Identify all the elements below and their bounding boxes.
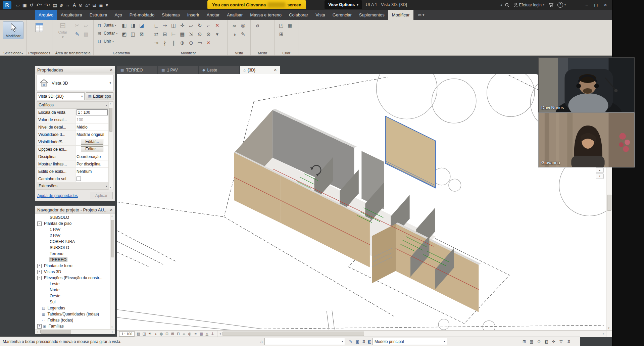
quick-access-button[interactable]: ↺ [28, 1, 35, 9]
browser-tree-item[interactable]: + Plantas de forro [35, 263, 110, 269]
geometry-grid-icon[interactable]: ◫ [129, 30, 137, 38]
close-icon[interactable]: ✕ [110, 208, 113, 212]
browser-tree-item[interactable]: Oeste [35, 293, 110, 299]
view-tab[interactable]: ▦ TERREO [117, 66, 157, 74]
properties-help-link[interactable]: Ajuda de propriedades [37, 193, 78, 198]
quick-access-button[interactable]: ≣ [98, 1, 104, 9]
view-scale-button[interactable]: 1 : 100 [119, 331, 135, 337]
view-tool-icon[interactable]: ◑ [230, 30, 238, 38]
quick-access-button[interactable]: ⊘ [77, 1, 84, 9]
instance-selector[interactable]: Vista 3D: {3D} ▾ [37, 92, 85, 100]
ribbon-tab[interactable]: Analisar [223, 10, 246, 20]
browser-tree-item[interactable]: SUBSOLO [35, 214, 110, 220]
modify-tool-icon[interactable]: ⊙ [196, 30, 204, 38]
view-tool-icon[interactable]: ✎ [239, 30, 247, 38]
browser-tree-item[interactable]: Norte [35, 287, 110, 293]
tree-item-label[interactable]: Folhas (todas) [46, 318, 74, 323]
section-header-extensoes[interactable]: Extensões [37, 183, 109, 190]
geometry-grid-icon[interactable]: ◨ [129, 21, 137, 30]
properties-scrollbar[interactable] [108, 102, 113, 190]
tree-expander-icon[interactable]: + [37, 264, 42, 268]
panel-label-selecionar[interactable]: Selecionar [0, 51, 26, 55]
properties-toggle-button[interactable] [29, 21, 49, 34]
create-tool-icon[interactable]: ⊞ [277, 30, 285, 38]
modify-tool-icon[interactable]: ⊕ [178, 39, 186, 47]
browser-scrollbar[interactable] [110, 214, 115, 329]
view-control-icon[interactable]: ◫ [142, 331, 147, 336]
help-button[interactable]: ? ▾ [556, 1, 567, 9]
browser-tree-item[interactable]: Sul [35, 299, 110, 305]
quick-access-button[interactable]: ▤ [51, 1, 58, 9]
scrollbar-thumb[interactable] [607, 195, 611, 211]
tree-item-label[interactable]: Vistas 3D [43, 269, 62, 274]
property-value[interactable]: 1 : 100 [76, 109, 109, 116]
window-button[interactable]: – [582, 1, 591, 9]
selection-toggle-icon[interactable]: ◧ [543, 339, 549, 345]
modify-tool-icon[interactable]: ∥ [169, 39, 178, 47]
selection-toggle-icon[interactable]: ✛ [551, 339, 557, 345]
view-tab[interactable]: ◆ Leste [199, 66, 239, 74]
quick-access-button[interactable]: A [71, 1, 77, 9]
tree-item-label[interactable]: Plantas de piso [43, 221, 72, 226]
create-tool-icon[interactable]: ▦ [286, 21, 294, 30]
ribbon-toggle-icon[interactable]: ▭ [418, 13, 422, 17]
view-tab[interactable]: ⌂ {3D} ✕ [240, 66, 280, 74]
quick-access-button[interactable]: ⌀ [58, 1, 64, 9]
view-control-icon[interactable]: ∞ [182, 331, 187, 336]
ribbon-tab[interactable]: Gerenciar [329, 10, 355, 20]
modify-tool-icon[interactable]: ✛ [178, 21, 186, 30]
modify-tool-icon[interactable]: ▱ [187, 21, 195, 30]
workset-toggle-icon[interactable]: ✎ [348, 339, 354, 345]
quick-access-button[interactable]: ▱ [15, 1, 21, 9]
scroll-right-icon[interactable]: ▸ [601, 332, 606, 335]
modify-tool-icon[interactable]: ↻ [196, 21, 204, 30]
app-store-cart-icon[interactable] [547, 1, 555, 9]
scrollbar-thumb[interactable] [40, 330, 71, 334]
tree-item-label[interactable]: TERREO [49, 257, 67, 262]
tree-item-label[interactable]: Leste [49, 282, 60, 286]
tree-item-label[interactable]: SUBSOLO [49, 215, 70, 220]
edit-type-button[interactable]: ▦ Editar tipo [86, 92, 113, 100]
tree-item-label[interactable]: Famílias [47, 324, 64, 329]
scroll-right-icon[interactable]: ▸ [110, 331, 115, 333]
quick-access-button[interactable]: ↔ [64, 1, 71, 9]
tree-item-label[interactable]: Tabelas/Quantidades (todas) [46, 312, 100, 316]
ribbon-toggle-icon[interactable]: ▾ [423, 13, 425, 17]
geometry-grid-icon[interactable]: ◧ [120, 21, 128, 30]
model-canvas[interactable] [117, 74, 612, 330]
scrollbar-thumb[interactable] [109, 108, 112, 132]
tree-expander-icon[interactable]: + [37, 270, 42, 274]
browser-tree-item[interactable]: + Vistas 3D [35, 269, 110, 275]
create-tool-icon[interactable]: ◳ [277, 21, 285, 30]
tree-item-label[interactable]: Elevações (Elevação da constr... [43, 276, 103, 280]
modify-tool-icon[interactable]: ⊟ [161, 30, 169, 38]
3d-model-view[interactable] [117, 74, 606, 330]
modify-tool-icon[interactable]: ⇲ [187, 30, 195, 38]
modify-tool-icon[interactable]: ⊗ [204, 30, 212, 38]
view-tab[interactable]: ▦ 1 PAV [158, 66, 198, 74]
tree-expander-icon[interactable]: − [37, 221, 42, 226]
browser-tree-item[interactable]: Terreno [35, 251, 110, 257]
browser-tree-item[interactable]: Leste [35, 281, 110, 287]
ribbon-tab[interactable]: Estrutura [86, 10, 111, 20]
tree-expander-icon[interactable]: + [37, 324, 42, 329]
quick-access-button[interactable]: ⊟ [91, 1, 98, 9]
browser-tree-item[interactable]: − Plantas de piso [35, 220, 110, 227]
ribbon-tab[interactable]: Inserir [184, 10, 203, 20]
modify-tool-icon[interactable]: ✕ [213, 21, 221, 30]
browser-tree-item[interactable]: + ▣ Famílias [35, 323, 110, 329]
modify-tool-icon[interactable]: ⊖ [187, 39, 195, 47]
browser-tree-item[interactable]: ▤ Legendas [35, 305, 110, 311]
selection-toggle-icon[interactable]: ⊞ [521, 339, 527, 345]
view-control-icon[interactable]: ⊞ [170, 331, 175, 336]
browser-tree-item[interactable]: − Elevações (Elevação da constr... [35, 275, 110, 281]
properties-panel-header[interactable]: Propriedades ✕ [35, 66, 115, 73]
collapse-up-icon[interactable]: ▴ [596, 167, 604, 173]
ribbon-tab[interactable]: Sistemas [158, 10, 183, 20]
window-button[interactable]: ✕ [601, 1, 610, 9]
browser-tree-item[interactable]: 1 PAV [35, 227, 110, 233]
tree-item-label[interactable]: Sul [49, 300, 56, 304]
modify-tool-icon[interactable]: ▾ [213, 30, 221, 38]
ribbon-tab[interactable]: Pré-moldado [126, 10, 158, 20]
view-control-icon[interactable]: ◍ [159, 331, 164, 336]
